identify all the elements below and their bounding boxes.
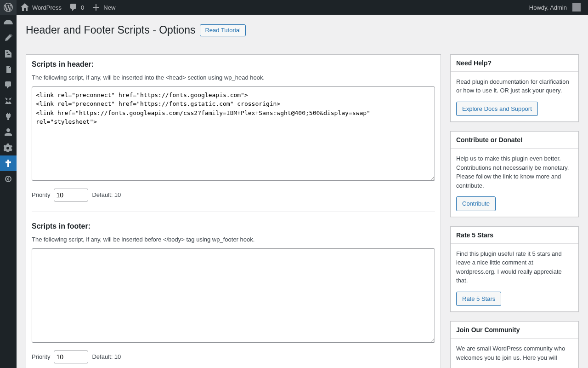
community-box: Join Our Community We are small WordPres… [450,321,579,368]
rate-title: Rate 5 Stars [451,227,578,244]
comments-count: 0 [81,4,84,11]
rate-text: Find this plugin useful rate it 5 stars … [456,249,573,285]
rate-box: Rate 5 Stars Find this plugin useful rat… [450,226,579,312]
community-text: We are small WordPress community who wel… [456,344,573,362]
rate-button[interactable]: Rate 5 Stars [456,292,501,306]
community-title: Join Our Community [451,322,578,339]
menu-users[interactable] [0,124,17,140]
read-tutorial-button[interactable]: Read Tutorial [200,24,245,37]
wordpress-logo-icon [4,3,13,12]
footer-default-text: Default: 10 [92,353,121,360]
page-title: Header and Footer Scripts - Options Read… [26,19,579,39]
svg-point-0 [6,176,11,182]
header-default-text: Default: 10 [92,191,121,198]
avatar [572,3,581,12]
wp-logo-menu[interactable] [0,0,17,15]
contribute-box: Contribute or Donate! Help us to make th… [450,131,579,217]
header-scripts-textarea[interactable] [32,86,435,181]
menu-comments[interactable] [0,77,17,93]
site-name-link[interactable]: WordPress [17,0,65,15]
comments-link[interactable]: 0 [65,0,88,15]
site-name-text: WordPress [32,4,62,11]
new-label: New [103,4,115,11]
footer-scripts-desc: The following script, if any, will be in… [32,236,435,243]
help-box: Need Help? Read plugin documentation for… [450,54,579,122]
header-priority-label: Priority [32,191,50,198]
menu-plugins[interactable] [0,109,17,124]
header-priority-input[interactable] [54,189,88,201]
header-scripts-desc: The following script, if any, will be in… [32,74,435,81]
menu-appearance[interactable] [0,93,17,109]
footer-scripts-textarea[interactable] [32,248,435,343]
contribute-button[interactable]: Contribute [456,196,496,211]
howdy-text: Howdy, Admin [529,4,567,11]
plus-icon [91,3,101,12]
menu-dashboard[interactable] [0,15,17,30]
menu-tools[interactable] [0,140,17,155]
explore-docs-button[interactable]: Explore Docs and Support [456,102,538,116]
menu-media[interactable] [0,46,17,62]
new-content-link[interactable]: New [88,0,119,15]
menu-settings[interactable] [0,155,17,171]
my-account-link[interactable]: Howdy, Admin [526,0,584,15]
help-text: Read plugin documentation for clarificat… [456,77,573,95]
contribute-text: Help us to make this plugin even better.… [456,154,573,190]
menu-posts[interactable] [0,30,17,46]
footer-priority-label: Priority [32,353,50,360]
contribute-title: Contribute or Donate! [451,132,578,149]
main-scripts-panel: Scripts in header: The following script,… [26,54,441,368]
header-scripts-heading: Scripts in header: [32,60,435,69]
home-icon [20,3,29,12]
admin-bar: WordPress 0 New Howdy, Admin [0,0,588,15]
footer-priority-input[interactable] [54,351,88,363]
comments-icon [69,3,78,12]
help-title: Need Help? [451,55,578,72]
admin-menu [0,15,17,368]
menu-pages[interactable] [0,62,17,77]
menu-collapse[interactable] [0,171,17,187]
footer-scripts-heading: Scripts in footer: [32,222,435,230]
